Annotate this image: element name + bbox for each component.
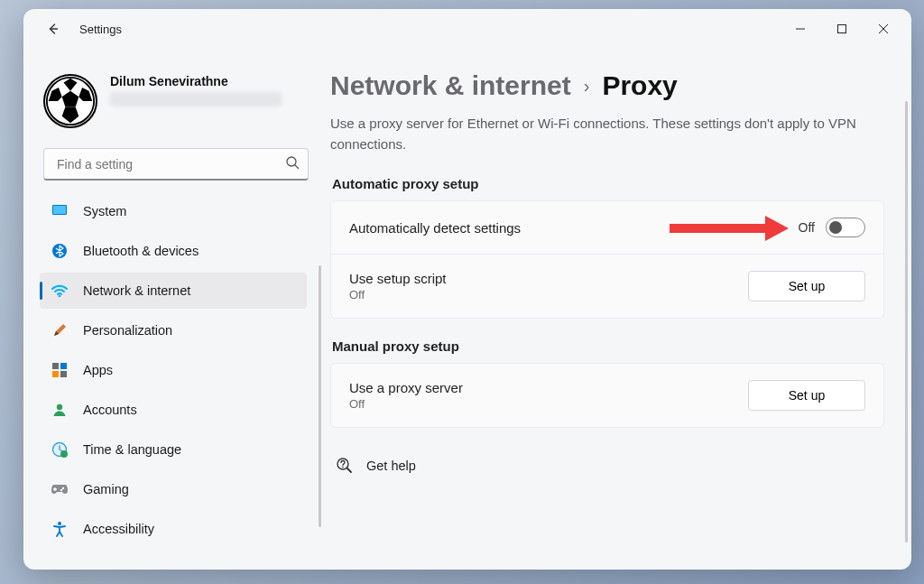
sidebar-item-gaming[interactable]: Gaming xyxy=(40,471,307,507)
sidebar-item-system[interactable]: System xyxy=(40,193,307,229)
minimize-button[interactable] xyxy=(780,14,821,43)
svg-point-19 xyxy=(62,487,64,489)
get-help-label: Get help xyxy=(366,459,416,473)
breadcrumb-parent[interactable]: Network & internet xyxy=(330,70,571,101)
row-title: Automatically detect settings xyxy=(349,220,521,236)
sidebar: Dilum Senevirathne System Bluetooth & de… xyxy=(23,49,321,570)
sidebar-item-label: Time & language xyxy=(83,442,181,457)
bluetooth-icon xyxy=(51,242,69,260)
row-setup-script: Use setup script Off Set up xyxy=(331,255,883,318)
apps-icon xyxy=(51,361,69,379)
breadcrumb: Network & internet › Proxy xyxy=(330,70,884,101)
gamepad-icon xyxy=(51,480,69,498)
setup-script-button[interactable]: Set up xyxy=(748,271,865,301)
svg-rect-15 xyxy=(60,371,67,377)
toggle-state-label: Off xyxy=(799,220,815,235)
svg-point-21 xyxy=(58,522,61,525)
svg-rect-13 xyxy=(60,363,67,369)
sidebar-item-accessibility[interactable]: Accessibility xyxy=(40,511,307,547)
section-title-automatic: Automatic proxy setup xyxy=(332,176,884,191)
sidebar-item-apps[interactable]: Apps xyxy=(40,352,307,388)
svg-point-25 xyxy=(342,467,344,468)
title-bar: Settings xyxy=(23,9,911,49)
sidebar-item-time-language[interactable]: Time & language xyxy=(40,431,307,468)
auto-detect-toggle[interactable] xyxy=(826,218,865,237)
minimize-icon xyxy=(795,23,806,34)
accessibility-icon xyxy=(51,520,69,538)
row-title: Use setup script xyxy=(349,271,447,286)
svg-point-18 xyxy=(60,450,68,458)
sidebar-item-network[interactable]: Network & internet xyxy=(40,273,307,309)
sidebar-item-label: Network & internet xyxy=(83,283,190,298)
page-description: Use a proxy server for Ethernet or Wi-Fi… xyxy=(330,114,872,154)
clock-icon xyxy=(51,440,69,459)
section-title-manual: Manual proxy setup xyxy=(332,338,884,354)
row-subtitle: Off xyxy=(349,397,463,411)
brush-icon xyxy=(51,321,69,339)
settings-window: Settings xyxy=(23,9,911,570)
main-content: Network & internet › Proxy Use a proxy s… xyxy=(321,49,911,570)
svg-rect-0 xyxy=(838,25,846,33)
row-title: Use a proxy server xyxy=(349,380,463,395)
profile-block[interactable]: Dilum Senevirathne xyxy=(40,67,312,144)
svg-point-16 xyxy=(57,404,62,410)
sidebar-item-accounts[interactable]: Accounts xyxy=(40,392,307,428)
annotation-arrow xyxy=(668,214,790,243)
sidebar-item-label: System xyxy=(83,204,126,218)
sidebar-item-label: Gaming xyxy=(83,482,129,496)
sidebar-item-bluetooth[interactable]: Bluetooth & devices xyxy=(40,233,307,269)
maximize-icon xyxy=(836,23,847,34)
wifi-icon xyxy=(51,282,69,300)
person-icon xyxy=(51,401,69,419)
profile-email-redacted xyxy=(110,92,282,107)
sidebar-item-label: Bluetooth & devices xyxy=(83,244,199,258)
manual-proxy-group: Use a proxy server Off Set up xyxy=(330,363,884,428)
profile-name: Dilum Senevirathne xyxy=(110,74,282,88)
window-title: Settings xyxy=(79,23,122,36)
back-button[interactable] xyxy=(40,16,65,42)
nav-list: System Bluetooth & devices Network & int… xyxy=(40,193,312,561)
manual-setup-button[interactable]: Set up xyxy=(748,380,865,411)
svg-rect-9 xyxy=(53,206,66,214)
main-scrollbar[interactable] xyxy=(905,101,908,542)
svg-point-7 xyxy=(287,157,296,166)
help-icon xyxy=(336,457,354,475)
svg-rect-12 xyxy=(52,363,59,369)
row-subtitle: Off xyxy=(349,288,447,301)
chevron-right-icon: › xyxy=(584,76,590,97)
svg-marker-23 xyxy=(765,216,789,241)
search-input[interactable] xyxy=(43,148,309,181)
page-title: Proxy xyxy=(602,70,677,101)
svg-point-20 xyxy=(60,489,62,491)
sidebar-item-label: Accessibility xyxy=(83,522,154,536)
row-use-proxy: Use a proxy server Off Set up xyxy=(331,364,883,427)
get-help-link[interactable]: Get help xyxy=(330,448,421,484)
svg-rect-14 xyxy=(52,371,59,377)
sidebar-item-label: Personalization xyxy=(83,323,172,338)
close-icon xyxy=(878,23,889,34)
automatic-proxy-group: Automatically detect settings Off Use se… xyxy=(330,200,884,319)
row-auto-detect: Automatically detect settings Off xyxy=(331,201,883,255)
sidebar-item-label: Accounts xyxy=(83,403,137,417)
sidebar-item-personalization[interactable]: Personalization xyxy=(40,312,307,348)
svg-point-11 xyxy=(59,295,61,298)
soccer-ball-icon xyxy=(45,76,96,126)
arrow-left-icon xyxy=(45,22,60,36)
search-icon xyxy=(285,155,300,173)
close-button[interactable] xyxy=(863,14,904,43)
monitor-icon xyxy=(51,202,69,220)
maximize-button[interactable] xyxy=(821,14,863,43)
sidebar-item-label: Apps xyxy=(83,363,113,377)
avatar xyxy=(43,74,97,128)
